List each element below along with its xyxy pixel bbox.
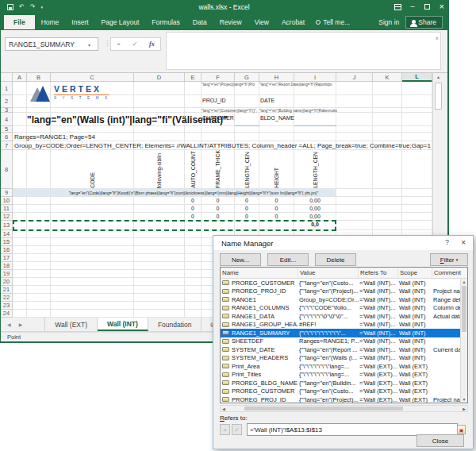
qat-customize-icon[interactable]: ▾ (40, 4, 43, 10)
grid-cell[interactable] (134, 95, 185, 108)
column-header-I[interactable]: I (294, 73, 336, 82)
grid-cell[interactable]: 0 (235, 197, 259, 205)
grid-cell[interactable] (185, 246, 202, 254)
grid-cell[interactable] (294, 95, 336, 108)
collapse-formula-bar-icon[interactable]: ∧ (436, 35, 439, 40)
grid-cell[interactable] (13, 205, 27, 213)
delete-button[interactable]: Delete (315, 253, 356, 266)
grid-cell[interactable]: "lang="en"(Walls (int)"|lang="fi"(Välise… (27, 113, 51, 126)
name-box-dropdown-icon[interactable]: ▾ (88, 42, 90, 48)
grid-cell[interactable] (402, 189, 432, 197)
row-header-13[interactable]: 13 (1, 221, 13, 230)
grid-cell[interactable] (134, 270, 185, 278)
grid-cell[interactable]: FRAME_THICK (202, 150, 235, 189)
scroll-right-icon[interactable]: ▶ (463, 407, 466, 411)
grid-cell[interactable] (134, 302, 185, 310)
name-manager-row[interactable]: SYSTEM_HEADERS{""lang="en"(Walls (i...='… (221, 354, 467, 363)
grid-cell[interactable] (185, 278, 202, 286)
row-header-4[interactable]: 4 (1, 113, 13, 126)
grid-cell[interactable] (336, 205, 373, 213)
grid-cell[interactable] (13, 126, 27, 133)
grid-cell[interactable]: 0 (235, 205, 259, 213)
grid-cell[interactable] (134, 82, 185, 95)
column-header-J[interactable]: J (336, 73, 373, 82)
grid-cell[interactable] (134, 278, 185, 286)
undo-icon[interactable]: ↶ (19, 4, 25, 10)
row-header-24[interactable]: 24 (1, 310, 13, 318)
list-vertical-scrollbar[interactable]: ▲ ▼ (460, 279, 467, 403)
grid-cell[interactable]: BLDG_NAME (259, 113, 294, 126)
grid-cell[interactable]: HEIGHT (259, 150, 294, 189)
row-header-22[interactable]: 22 (1, 294, 13, 302)
grid-cell[interactable] (27, 205, 51, 213)
grid-cell[interactable] (202, 126, 235, 133)
column-header-K[interactable]: K (373, 73, 402, 82)
restore-button[interactable] (424, 4, 430, 10)
grid-cell[interactable] (13, 270, 27, 278)
grid-cell[interactable] (373, 95, 402, 108)
ribbon-tab-formulas[interactable]: Formulas (145, 15, 186, 29)
grid-cell[interactable] (27, 278, 51, 286)
save-icon[interactable] (7, 4, 13, 10)
select-all-corner[interactable] (1, 73, 13, 82)
grid-cell[interactable] (51, 302, 134, 310)
grid-cell[interactable] (13, 197, 27, 205)
row-header-19[interactable]: 19 (1, 270, 13, 278)
filter-button[interactable]: Filter ▾ (430, 253, 468, 266)
grid-cell[interactable] (402, 133, 432, 141)
list-column-header-refers-to[interactable]: Refers To (359, 268, 398, 278)
tab-scroll-right-icon[interactable]: ▶ (19, 322, 23, 327)
name-manager-row[interactable]: PROREG_PROJ_ID{""lang="en"(Project)...='… (221, 287, 467, 296)
scrollbar-thumb[interactable] (244, 407, 403, 411)
grid-cell[interactable] (13, 310, 27, 318)
grid-cell[interactable]: 0 (202, 197, 235, 205)
grid-cell[interactable] (336, 189, 373, 197)
grid-cell[interactable] (373, 205, 402, 213)
column-header-G[interactable]: G (235, 73, 259, 82)
scroll-left-icon[interactable]: ◀ (222, 407, 225, 411)
sheet-tab-wall-int[interactable]: Wall (INT) (98, 318, 148, 331)
grid-cell[interactable] (13, 286, 27, 294)
grid-cell[interactable] (13, 113, 27, 126)
grid-cell[interactable] (13, 82, 27, 95)
grid-cell[interactable] (235, 133, 259, 141)
row-header-10[interactable]: 10 (1, 197, 13, 205)
tab-scroll-left-icon[interactable]: ◀ (7, 322, 11, 327)
grid-cell[interactable] (336, 126, 373, 133)
grid-cell[interactable] (336, 133, 373, 141)
grid-cell[interactable] (373, 82, 402, 95)
help-icon[interactable]: ? (445, 238, 449, 246)
grid-cell[interactable] (13, 254, 27, 262)
scroll-up-icon[interactable]: ▲ (433, 75, 443, 79)
sheet-tab-wall-ext[interactable]: Wall (EXT) (44, 318, 98, 331)
row-header-15[interactable]: 15 (1, 238, 13, 246)
grid-cell[interactable] (27, 310, 51, 318)
name-manager-row[interactable]: RANGE1Group_by=CODE;Or...='Wall (INT)...… (221, 295, 467, 304)
scroll-down-icon[interactable]: ▼ (461, 397, 467, 402)
column-header-F[interactable]: F (202, 73, 235, 82)
grid-cell[interactable] (185, 82, 202, 95)
grid-cell[interactable] (373, 189, 402, 197)
grid-cell[interactable] (185, 126, 202, 133)
close-button[interactable]: × (440, 3, 444, 10)
grid-cell[interactable] (185, 270, 202, 278)
grid-cell[interactable] (51, 270, 134, 278)
name-manager-row[interactable]: PROREG_CUSTOMER{""lang="en"(Custo...='Wa… (221, 279, 467, 287)
row-header-9[interactable]: 9 (1, 189, 13, 197)
grid-cell[interactable] (373, 126, 402, 133)
ribbon-tab-data[interactable]: Data (186, 15, 213, 29)
new-button[interactable]: New... (220, 253, 261, 266)
name-manager-row[interactable]: PROREG_PROJ_ID{""lang="en"(Project)...='… (221, 395, 467, 403)
collapse-dialog-range-icon[interactable]: ▣ (457, 425, 466, 434)
grid-cell[interactable] (402, 150, 432, 189)
grid-cell[interactable] (402, 95, 432, 108)
grid-cell[interactable] (51, 262, 134, 270)
redo-icon[interactable]: ↷ (30, 4, 36, 10)
close-dialog-button[interactable]: Close (416, 434, 464, 447)
grid-cell[interactable] (51, 205, 134, 213)
name-manager-row[interactable]: PROREG_CUSTOMER{""lang="en"(Custo...='Wa… (221, 387, 467, 396)
grid-cell[interactable] (51, 278, 134, 286)
grid-cell[interactable] (51, 246, 134, 254)
grid-cell[interactable] (134, 286, 185, 294)
ribbon-tab-file[interactable]: File (4, 15, 35, 29)
